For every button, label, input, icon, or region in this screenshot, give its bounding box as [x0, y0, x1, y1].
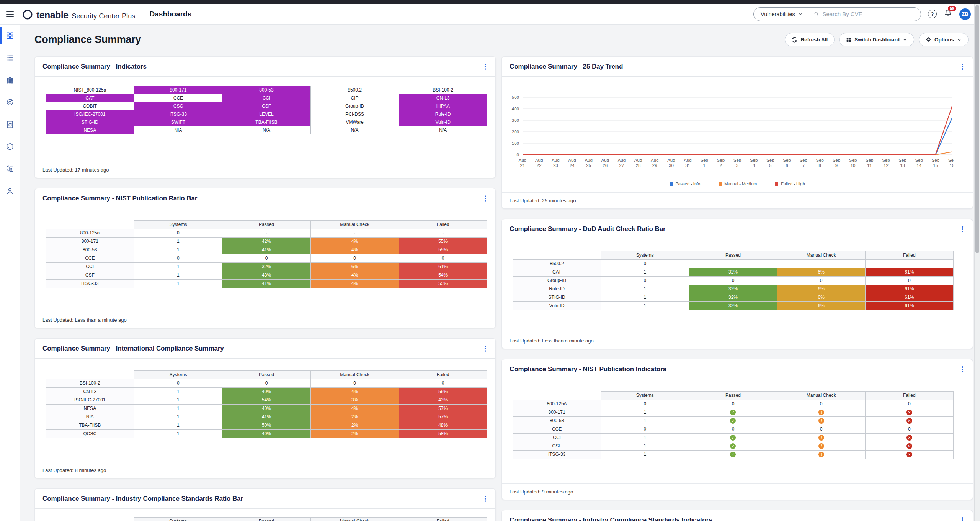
value-cell[interactable]: 0 [865, 400, 953, 408]
search-scope-dropdown[interactable]: Vulnerabilities [754, 8, 808, 21]
indicator-cell[interactable]: N/A [310, 126, 399, 134]
indicator-cell[interactable]: CSF [222, 102, 311, 110]
value-cell[interactable]: ✕ [865, 442, 953, 450]
value-cell[interactable]: 32% [689, 293, 777, 301]
value-cell[interactable]: 54% [399, 271, 487, 279]
indicator-cell[interactable]: VMWare [310, 118, 399, 126]
kebab-menu-icon[interactable] [483, 194, 488, 203]
indicator-cell[interactable]: N/A [399, 126, 487, 134]
value-cell[interactable]: 55% [399, 246, 487, 254]
indicator-cell[interactable]: ISO/IEC-27001 [46, 110, 134, 118]
value-cell[interactable]: 54% [222, 396, 311, 404]
value-cell[interactable]: 1 [601, 268, 689, 276]
value-cell[interactable]: 1 [134, 396, 222, 404]
value-cell[interactable]: 4% [310, 271, 399, 279]
sidebar-item-users[interactable] [0, 180, 20, 202]
value-cell[interactable]: 43% [399, 396, 487, 404]
value-cell[interactable]: 41% [222, 413, 311, 421]
value-cell[interactable]: ✕ [865, 450, 953, 459]
value-cell[interactable]: 1 [601, 450, 689, 459]
indicator-cell[interactable]: NIA [134, 126, 222, 134]
value-cell[interactable]: ! [777, 433, 865, 442]
sidebar-item-scans[interactable] [0, 91, 20, 113]
value-cell[interactable]: 1 [134, 404, 222, 413]
value-cell[interactable]: 4% [310, 404, 399, 413]
indicator-cell[interactable]: STIG-ID [46, 118, 134, 126]
value-cell[interactable]: 58% [399, 429, 487, 438]
value-cell[interactable]: ✓ [689, 450, 777, 459]
switch-dashboard-button[interactable]: Switch Dashboard [839, 33, 914, 46]
value-cell[interactable]: 61% [399, 262, 487, 271]
indicator-cell[interactable]: 8500.2 [310, 86, 399, 94]
value-cell[interactable]: 0 [222, 379, 311, 387]
value-cell[interactable]: 4% [310, 279, 399, 288]
indicator-cell[interactable]: LEVEL [222, 110, 311, 118]
value-cell[interactable]: 40% [222, 387, 311, 396]
value-cell[interactable]: 1 [601, 408, 689, 416]
value-cell[interactable]: 1 [134, 246, 222, 254]
value-cell[interactable]: 1 [601, 416, 689, 425]
scrollbar-thumb[interactable] [975, 5, 979, 253]
value-cell[interactable]: 6% [777, 285, 865, 293]
value-cell[interactable]: 1 [134, 421, 222, 429]
value-cell[interactable]: 4% [310, 387, 399, 396]
value-cell[interactable]: 1 [601, 285, 689, 293]
value-cell[interactable]: ! [777, 450, 865, 459]
value-cell[interactable]: 0 [134, 229, 222, 237]
indicator-cell[interactable]: Group-ID [310, 102, 399, 110]
value-cell[interactable]: 40% [222, 429, 311, 438]
value-cell[interactable]: 1 [601, 293, 689, 301]
value-cell[interactable]: 6% [310, 262, 399, 271]
page-scrollbar[interactable] [974, 4, 980, 521]
sidebar-item-assets[interactable] [0, 136, 20, 158]
value-cell[interactable]: 0 [777, 425, 865, 433]
value-cell[interactable]: - [865, 259, 953, 268]
value-cell[interactable]: 0 [310, 379, 399, 387]
value-cell[interactable]: 0 [601, 259, 689, 268]
value-cell[interactable]: 0 [689, 400, 777, 408]
indicator-cell[interactable]: HIPAA [399, 102, 487, 110]
value-cell[interactable]: 0 [222, 254, 311, 262]
value-cell[interactable]: 61% [865, 293, 953, 301]
refresh-all-button[interactable]: Refresh All [785, 33, 835, 46]
value-cell[interactable]: 0 [310, 254, 399, 262]
value-cell[interactable]: 40% [222, 404, 311, 413]
value-cell[interactable]: 55% [399, 279, 487, 288]
value-cell[interactable]: 61% [865, 301, 953, 310]
value-cell[interactable]: ✓ [689, 408, 777, 416]
kebab-menu-icon[interactable] [960, 365, 965, 374]
indicator-cell[interactable]: CSC [134, 102, 222, 110]
value-cell[interactable]: - [777, 259, 865, 268]
value-cell[interactable]: 0 [777, 276, 865, 285]
value-cell[interactable]: 2% [310, 429, 399, 438]
value-cell[interactable]: - [399, 229, 487, 237]
value-cell[interactable]: ✕ [865, 416, 953, 425]
indicator-cell[interactable]: CCE [134, 94, 222, 102]
indicator-cell[interactable]: PCI-DSS [310, 110, 399, 118]
value-cell[interactable]: 1 [601, 433, 689, 442]
value-cell[interactable]: 0 [134, 379, 222, 387]
indicator-cell[interactable]: SWIFT [134, 118, 222, 126]
kebab-menu-icon[interactable] [483, 344, 488, 353]
value-cell[interactable]: 32% [222, 262, 311, 271]
value-cell[interactable]: 0 [601, 425, 689, 433]
indicator-cell[interactable]: BSI-100-2 [399, 86, 487, 94]
value-cell[interactable]: 0 [399, 254, 487, 262]
indicator-cell[interactable]: N/A [222, 126, 311, 134]
value-cell[interactable]: 0 [865, 276, 953, 285]
value-cell[interactable]: ✓ [689, 442, 777, 450]
kebab-menu-icon[interactable] [960, 62, 965, 71]
value-cell[interactable]: ! [777, 416, 865, 425]
value-cell[interactable]: 43% [222, 271, 311, 279]
value-cell[interactable]: 1 [134, 387, 222, 396]
value-cell[interactable]: 61% [865, 268, 953, 276]
value-cell[interactable]: ! [777, 442, 865, 450]
value-cell[interactable]: - [689, 259, 777, 268]
value-cell[interactable]: 0 [601, 400, 689, 408]
value-cell[interactable]: 4% [310, 237, 399, 246]
value-cell[interactable]: 0 [134, 254, 222, 262]
indicator-cell[interactable]: CAT [46, 94, 134, 102]
sidebar-item-analytics[interactable] [0, 69, 20, 91]
value-cell[interactable]: 1 [601, 301, 689, 310]
indicator-cell[interactable]: 800-53 [222, 86, 311, 94]
